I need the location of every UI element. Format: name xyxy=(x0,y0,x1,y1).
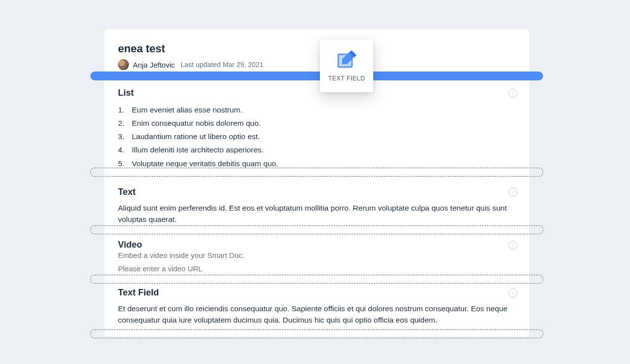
page-title: enea test xyxy=(118,42,515,55)
section-heading-text: Text xyxy=(118,187,515,197)
text-body[interactable]: Aliquid sunt enim perferendis id. Est eo… xyxy=(118,202,515,225)
drag-handle-icon[interactable] xyxy=(509,188,517,197)
drag-handle-icon[interactable] xyxy=(509,241,517,250)
drop-zone[interactable] xyxy=(90,225,543,234)
video-subtext: Embed a video inside your Smart Doc. xyxy=(118,251,515,259)
drag-tile-text-field[interactable]: TEXT FIELD xyxy=(320,39,373,92)
video-url-input[interactable]: Please enter a video URL xyxy=(118,264,515,273)
drag-handle-icon[interactable] xyxy=(509,89,517,98)
section-text-field[interactable]: Text Field Et deserunt et cum illo reici… xyxy=(118,288,515,326)
drop-zone[interactable] xyxy=(90,168,543,177)
author-name[interactable]: Anja Jeftovic xyxy=(133,61,175,69)
section-video[interactable]: Video Embed a video inside your Smart Do… xyxy=(118,240,515,273)
ordered-list: Eum eveniet alias esse nostrum. Enim con… xyxy=(118,103,515,170)
drag-tile-label: TEXT FIELD xyxy=(328,75,365,82)
section-text[interactable]: Text Aliquid sunt enim perferendis id. E… xyxy=(118,187,515,225)
edit-square-icon xyxy=(337,50,356,68)
insertion-indicator xyxy=(90,72,543,80)
avatar[interactable] xyxy=(118,59,129,70)
section-heading-video: Video xyxy=(118,240,515,250)
text-field-body[interactable]: Et deserunt et cum illo reiciendis conse… xyxy=(118,303,515,326)
list-item[interactable]: Enim consequatur nobis dolorem quo. xyxy=(118,116,515,130)
last-updated: Last updated Mar 29, 2021 xyxy=(181,61,263,69)
section-heading-list: List xyxy=(118,88,515,98)
list-item[interactable]: Eum eveniet alias esse nostrum. xyxy=(118,103,515,116)
drop-zone[interactable] xyxy=(90,329,543,338)
drag-handle-icon[interactable] xyxy=(509,289,517,297)
section-heading-text-field: Text Field xyxy=(118,288,515,298)
list-item[interactable]: Illum deleniti iste architecto asperiore… xyxy=(118,143,515,156)
drop-zone[interactable] xyxy=(90,275,543,284)
section-list[interactable]: List Eum eveniet alias esse nostrum. Eni… xyxy=(118,88,515,170)
list-item[interactable]: Laudantium ratione ut libero optio est. xyxy=(118,130,515,143)
meta-row: Anja Jeftovic Last updated Mar 29, 2021 xyxy=(118,59,515,70)
